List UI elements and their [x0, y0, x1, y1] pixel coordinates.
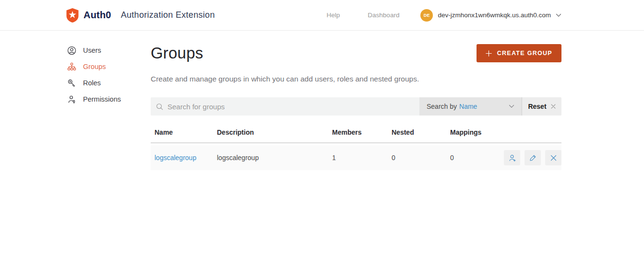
search-bar: Search by Name Reset: [151, 97, 561, 116]
avatar: DE: [420, 9, 433, 22]
sidebar-item-label: Roles: [83, 79, 101, 87]
user-circle-icon: [67, 46, 76, 55]
col-header-nested: Nested: [388, 128, 446, 136]
add-member-icon: [508, 154, 516, 162]
sidebar-item-groups[interactable]: Groups: [67, 58, 149, 75]
sidebar-item-label: Users: [83, 46, 101, 54]
app-title: Authorization Extension: [121, 10, 215, 20]
sidebar-item-label: Groups: [83, 63, 106, 70]
col-header-description: Description: [213, 128, 328, 136]
dashboard-link[interactable]: Dashboard: [368, 12, 399, 19]
chevron-down-icon: [509, 104, 514, 108]
col-header-name: Name: [151, 128, 213, 136]
keys-icon: [67, 79, 76, 88]
groups-table: Name Description Members Nested Mappings…: [151, 128, 561, 170]
sidebar-item-label: Permissions: [83, 95, 121, 103]
group-description: logscalegroup: [213, 154, 328, 162]
sidebar-item-users[interactable]: Users: [67, 42, 149, 58]
row-actions: [500, 150, 561, 165]
edit-group-button[interactable]: [525, 150, 541, 165]
page-description: Create and manage groups in which you ca…: [151, 75, 561, 83]
group-members-count: 1: [328, 154, 388, 162]
reset-label: Reset: [528, 103, 546, 110]
search-by-dropdown[interactable]: Search by Name: [419, 97, 522, 116]
edit-icon: [529, 154, 537, 162]
chevron-down-icon: [556, 13, 561, 17]
create-group-label: CREATE GROUP: [497, 50, 552, 57]
group-name-link[interactable]: logscalegroup: [151, 154, 213, 162]
help-link[interactable]: Help: [327, 12, 340, 19]
search-icon: [156, 103, 163, 110]
group-mappings-count: 0: [446, 154, 500, 162]
delete-group-button[interactable]: [545, 150, 561, 165]
search-field[interactable]: [151, 97, 419, 116]
sidebar-item-roles[interactable]: Roles: [67, 75, 149, 91]
table-header-row: Name Description Members Nested Mappings: [151, 128, 561, 143]
delete-icon: [549, 154, 558, 162]
search-input[interactable]: [167, 103, 414, 111]
top-header: Auth0 Authorization Extension Help Dashb…: [0, 0, 644, 31]
hierarchy-icon: [67, 62, 76, 71]
add-member-button[interactable]: [504, 150, 520, 165]
col-header-members: Members: [328, 128, 388, 136]
sidebar-nav: Users Groups Roles Permissions: [67, 42, 149, 107]
page-title: Groups: [151, 44, 203, 62]
group-nested-count: 0: [388, 154, 446, 162]
reset-button[interactable]: Reset: [522, 97, 561, 116]
top-nav: Help Dashboard: [327, 12, 400, 19]
search-by-value: Name: [459, 103, 477, 110]
col-header-mappings: Mappings: [446, 128, 500, 136]
main-content: Groups CREATE GROUP Create and manage gr…: [151, 31, 561, 170]
tenant-domain: dev-jzmhonx1wn6wmkqk.us.auth0.com: [438, 12, 551, 19]
close-icon: [551, 104, 556, 109]
brand-wordmark: Auth0: [83, 10, 111, 21]
plus-icon: [486, 50, 492, 57]
table-row: logscalegroup logscalegroup 1 0 0: [151, 145, 561, 170]
account-menu[interactable]: DE dev-jzmhonx1wn6wmkqk.us.auth0.com: [420, 9, 561, 22]
sidebar-item-permissions[interactable]: Permissions: [67, 91, 149, 107]
auth0-logo-icon: [66, 8, 79, 23]
search-by-prefix: Search by: [427, 103, 457, 110]
create-group-button[interactable]: CREATE GROUP: [477, 44, 561, 62]
person-key-icon: [67, 95, 76, 104]
auth0-brand: Auth0 Authorization Extension: [66, 8, 215, 23]
